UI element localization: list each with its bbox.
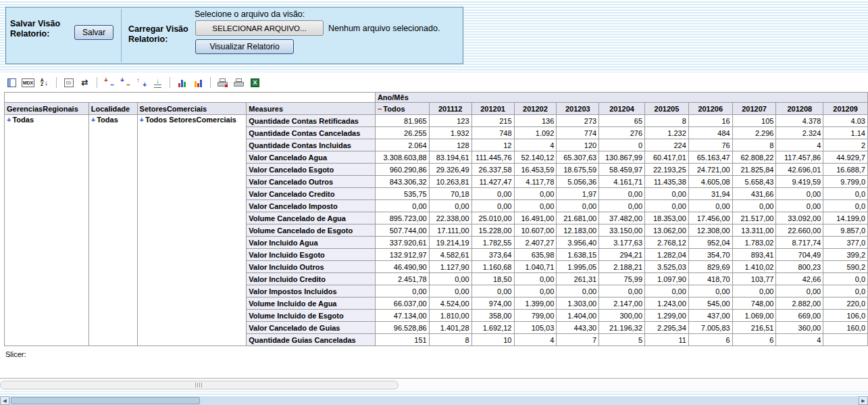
scroll-right-button[interactable]: ▶ — [859, 396, 868, 405]
value-cell: 0,00 — [471, 200, 514, 212]
value-cell: 4 — [514, 334, 557, 346]
value-cell: 103,77 — [732, 273, 776, 285]
measure-name-cell[interactable]: Volume Cancelado de Esgoto — [247, 224, 376, 237]
value-cell: 24.721,00 — [688, 164, 732, 176]
page-scrollbar-thumb[interactable] — [11, 397, 200, 404]
value-cell: 0,00 — [599, 200, 645, 212]
measure-name-cell[interactable]: Quantidade Contas Incluidas — [247, 139, 376, 151]
value-cell: 5.658,43 — [732, 176, 776, 188]
value-cell: 2.295,34 — [645, 322, 689, 334]
cube-navigator-icon[interactable] — [5, 77, 18, 89]
value-cell: 0,00 — [688, 285, 732, 297]
value-cell: 216,51 — [732, 322, 776, 334]
print-pdf-icon[interactable] — [216, 77, 229, 89]
table-horizontal-scrollbar[interactable] — [0, 378, 868, 391]
measure-name-cell[interactable]: Volume Cancelado de Agua — [247, 212, 376, 224]
measure-name-cell[interactable]: Quantidade Guias Canceladas — [247, 334, 376, 346]
column-member-header[interactable]: 201201 — [471, 103, 514, 115]
value-cell: 418,70 — [688, 273, 732, 285]
print-icon[interactable] — [232, 77, 245, 89]
measure-name-cell[interactable]: Quantidade Contas Canceladas — [247, 127, 376, 139]
drill-position-icon[interactable]: +− — [119, 77, 132, 89]
expand-icon[interactable]: + — [7, 116, 11, 124]
column-member-header[interactable]: 201208 — [776, 103, 823, 115]
collapse-icon[interactable]: − — [378, 105, 382, 113]
value-cell: 1.127,90 — [429, 261, 471, 273]
value-cell: 0,00 — [375, 285, 429, 297]
value-cell: 5 — [599, 334, 645, 346]
pivot-corner-cell — [5, 93, 376, 103]
measure-name-cell[interactable]: Valor Cancelado Imposto — [247, 200, 376, 212]
measure-name-cell[interactable]: Valor Incluido Esgoto — [247, 249, 376, 261]
dimension-header[interactable]: GerenciasRegionais — [5, 103, 89, 115]
swap-axes-icon[interactable]: ⇄ — [78, 77, 91, 89]
chart-icon[interactable] — [176, 77, 188, 89]
value-cell: 224 — [645, 139, 689, 151]
value-cell: 669,00 — [776, 310, 823, 322]
column-member-header[interactable]: 201209 — [823, 103, 868, 115]
value-cell: 220,0 — [823, 297, 868, 310]
value-cell: 21.825,84 — [732, 164, 776, 176]
column-member-header[interactable]: 201204 — [599, 103, 645, 115]
value-cell: 3.177,63 — [599, 237, 645, 249]
value-cell: 17.111,00 — [429, 224, 471, 237]
expand-icon[interactable]: + — [140, 116, 144, 124]
row-member-cell[interactable]: +Todos SetoresComerciais — [137, 115, 247, 346]
measure-name-cell[interactable]: Valor Cancelado Esgoto — [247, 164, 376, 176]
value-cell: 399,2 — [823, 249, 868, 261]
measure-name-cell[interactable]: Valor Cancelado Agua — [247, 151, 376, 164]
column-member-header[interactable]: 201202 — [514, 103, 557, 115]
scrollbar-thumb[interactable] — [0, 381, 399, 389]
column-member-header[interactable]: 201206 — [688, 103, 732, 115]
value-cell: 2.064 — [375, 139, 429, 151]
view-report-button[interactable]: Visualizar Relatorio — [195, 39, 294, 54]
value-cell: 0,00 — [776, 200, 823, 212]
column-member-header[interactable]: 201207 — [732, 103, 776, 115]
measure-name-cell[interactable]: Valor Incluido Outros — [247, 261, 376, 273]
value-cell: 215 — [471, 115, 514, 127]
save-button[interactable]: Salvar — [74, 25, 113, 40]
value-cell: 117.457,86 — [776, 151, 823, 164]
column-member-header[interactable]: −Todos — [375, 103, 429, 115]
measure-name-cell[interactable]: Valor Cancelado Outros — [247, 176, 376, 188]
page-horizontal-scrollbar[interactable]: ◀ ▶ — [0, 396, 868, 405]
column-header-row: GerenciasRegionaisLocalidadeSetoresComer… — [5, 103, 868, 115]
measure-name-cell[interactable]: Valor Cancelado de Guias — [247, 322, 376, 334]
value-cell: 16.491,00 — [514, 212, 557, 224]
select-file-button[interactable]: SELECIONAR ARQUIVO... — [195, 20, 324, 36]
measure-name-cell[interactable]: Valor Cancelado Credito — [247, 188, 376, 200]
dimension-header[interactable]: Localidade — [88, 103, 137, 115]
measure-name-cell[interactable]: Quantidade Contas Retificadas — [247, 115, 376, 127]
export-excel-icon[interactable]: X — [249, 77, 261, 89]
drill-through-icon[interactable]: ↓ — [151, 77, 164, 89]
value-cell: 2.296 — [732, 127, 776, 139]
expand-icon[interactable]: + — [91, 116, 95, 124]
value-cell: 0,00 — [688, 200, 732, 212]
row-member-cell[interactable]: +Todas — [5, 115, 89, 346]
measure-name-cell[interactable]: Valor Incluido Credito — [247, 273, 376, 285]
measure-name-cell[interactable]: Volume Incluido de Agua — [247, 297, 376, 310]
column-member-header[interactable]: 201203 — [557, 103, 599, 115]
value-cell: 75,99 — [599, 273, 645, 285]
measure-name-cell[interactable]: Volume Incluido de Esgoto — [247, 310, 376, 322]
measure-name-cell[interactable]: Valor Impostos Incluidos — [247, 285, 376, 297]
column-member-header[interactable]: 201112 — [429, 103, 471, 115]
sort-icon[interactable]: AZ↓ — [38, 77, 51, 89]
dimension-header[interactable]: SetoresComerciais — [137, 103, 247, 115]
value-cell: 123 — [429, 115, 471, 127]
value-cell: 33.092,00 — [776, 212, 823, 224]
drill-member-icon[interactable]: +− — [103, 77, 116, 89]
measure-name-cell[interactable]: Valor Incluido Agua — [247, 237, 376, 249]
column-member-header[interactable]: 201205 — [645, 103, 689, 115]
row-member-cell[interactable]: +Todas — [88, 115, 137, 346]
value-cell: 60.417,01 — [645, 151, 689, 164]
mdx-editor-icon[interactable]: MDX — [22, 77, 34, 89]
scroll-left-button[interactable]: ◀ — [0, 396, 9, 405]
suppress-empty-icon[interactable]: 00 — [62, 77, 75, 89]
drill-replace-icon[interactable]: ↑+ — [135, 77, 148, 89]
value-cell: 2 — [823, 139, 868, 151]
chart-config-icon[interactable] — [192, 77, 205, 89]
value-cell: 748,00 — [732, 297, 776, 310]
value-cell: 0,00 — [732, 200, 776, 212]
dimension-header[interactable]: Measures — [247, 103, 376, 115]
